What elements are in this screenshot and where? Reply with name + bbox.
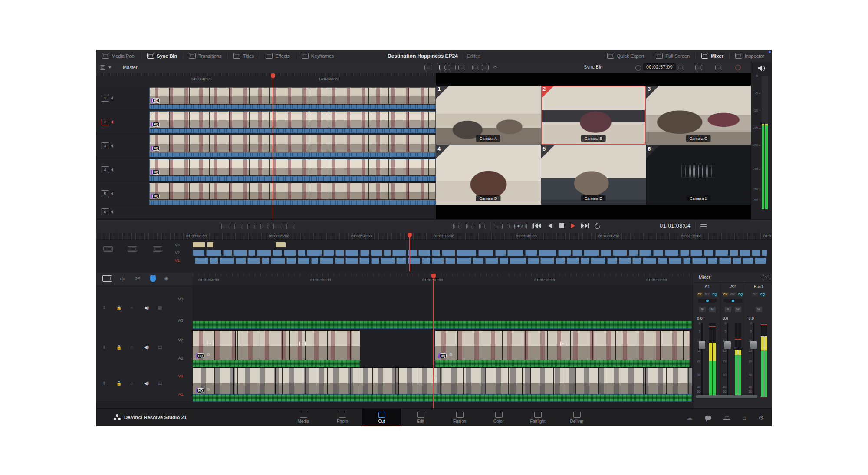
overview-clip[interactable] [384,250,391,256]
inspector-button[interactable]: Inspector [730,50,770,62]
overview-clip[interactable] [193,242,205,247]
overview-clip[interactable] [220,258,234,264]
settings-icon[interactable]: ⚙ [758,415,764,421]
transform-dropdown-icon[interactable] [677,65,684,70]
eq-badge[interactable]: EQ [760,292,766,297]
overview-clip[interactable] [581,258,589,264]
eq-badge[interactable]: EQ [737,292,744,297]
overview-clip[interactable] [478,250,493,256]
overview-clip[interactable] [567,258,579,264]
eq-badge[interactable]: EQ [711,292,718,297]
overview-clip[interactable] [323,250,334,256]
toolbar-tab-sync-bin[interactable]: Sync Bin [141,50,183,62]
fader-handle[interactable] [724,341,731,349]
page-tab-fairlight[interactable]: Fairlight [518,409,557,426]
overview-clip[interactable] [210,258,218,264]
dy-badge[interactable]: DY [730,292,736,297]
append-icon[interactable] [234,224,243,229]
overview-clip[interactable] [653,250,663,256]
viewer-timecode[interactable]: 00:02:57:09 [643,63,676,70]
overview-clip[interactable] [540,258,554,264]
solo-button[interactable]: S [699,307,706,312]
toolbar-tab-media-pool[interactable]: Media Pool [96,50,141,62]
overview-clip[interactable] [601,250,611,256]
track-number-badge[interactable]: 3 [101,142,113,149]
source-clip-strip[interactable]: HQ [149,183,436,205]
lock-icon[interactable]: 🔒 [116,381,122,386]
mute-button[interactable]: M [709,307,716,312]
thumbnail-view-icon[interactable] [424,65,431,70]
collaboration-icon[interactable] [723,416,730,420]
overview-clip[interactable] [715,250,728,256]
overview-clip[interactable] [432,250,440,256]
overview-clip[interactable] [719,258,731,264]
fx-gear-icon[interactable]: ⚙ [207,387,210,392]
overview-clip[interactable] [408,250,417,256]
audio-clip-a2[interactable] [193,360,360,367]
overview-clip[interactable] [473,258,483,264]
overview-ruler[interactable]: 01:00:00:0001:00:25:0001:00:50:0001:01:1… [96,232,772,240]
overview-playhead[interactable] [409,237,410,271]
overview-clip[interactable] [359,258,369,264]
page-tab-color[interactable]: Color [479,409,518,426]
audio-clip-a1[interactable] [193,394,692,402]
toolbar-tab-transitions[interactable]: Transitions [183,50,227,62]
overview-clip[interactable] [335,250,344,256]
play-button[interactable] [570,223,575,229]
overview-clip[interactable] [495,250,506,256]
overview-clip[interactable] [556,258,565,264]
detail-playhead[interactable] [433,279,434,408]
overview-clip[interactable] [442,250,455,256]
overview-clip[interactable] [457,258,471,264]
go-to-end-button[interactable] [581,223,589,229]
overview-clip[interactable] [262,258,269,264]
overview-clip[interactable] [708,258,717,264]
trim-mode-tool-icon[interactable] [102,275,112,282]
camera-cell-6[interactable]: 6Camera 1 [646,145,751,205]
page-tab-cut[interactable]: Cut [362,409,401,426]
speaker-icon[interactable]: ◀) [144,305,149,310]
overview-clip[interactable] [762,250,767,256]
overview-clip[interactable] [418,250,430,256]
source-clip-strip[interactable]: HQ [149,159,436,181]
overview-clip[interactable] [485,258,498,264]
page-tab-fusion[interactable]: Fusion [440,409,479,426]
overview-clip[interactable] [276,242,286,247]
camera-cell-2[interactable]: 2Camera B [541,86,646,145]
overview-clip[interactable] [432,258,444,264]
overview-clip[interactable] [271,258,285,264]
audio-trim-icon[interactable] [153,246,162,252]
track-number-badge[interactable]: 6 [101,208,113,215]
overview-clip[interactable] [507,250,524,256]
overview-clip[interactable] [335,258,344,264]
home-icon[interactable]: ⌂ [743,415,746,421]
full-screen-button[interactable]: Full Screen [650,50,695,62]
scrub-control[interactable]: ‹ ● › [514,223,523,228]
loop-button[interactable] [594,223,601,229]
mixer-scrollbar[interactable] [696,395,757,398]
dynamic-trim-tool-icon[interactable]: ‹|› [120,276,125,281]
overview-clip[interactable] [704,250,713,256]
headphones-icon[interactable]: ∩ [130,305,133,310]
overview-clip[interactable] [273,250,282,256]
film-frame-icon[interactable]: ▤ [158,345,162,350]
speaker-icon[interactable] [758,65,766,72]
video-clip-v2[interactable] [193,330,360,361]
audio-clip-a3[interactable] [193,321,692,329]
mute-button[interactable]: M [756,307,762,312]
smart-indicator-icon[interactable] [150,275,156,282]
sync-bin-playhead[interactable] [273,77,273,219]
overview-clip[interactable] [743,258,753,264]
cloud-icon[interactable]: ☁ [687,415,693,421]
play-reverse-button[interactable] [548,223,553,229]
sync-bin-playhead-marker[interactable] [271,73,275,78]
source-clip-strip[interactable]: HQ [149,135,436,157]
overview-clip[interactable] [223,250,232,256]
overview-clip[interactable] [591,258,605,264]
fx-badge[interactable]: FX [697,292,703,297]
overview-clip[interactable] [632,258,641,264]
overview-clip[interactable] [233,250,247,256]
overview-clip[interactable] [572,250,582,256]
overview-clip[interactable] [247,258,260,264]
overview-clip[interactable] [539,250,556,256]
